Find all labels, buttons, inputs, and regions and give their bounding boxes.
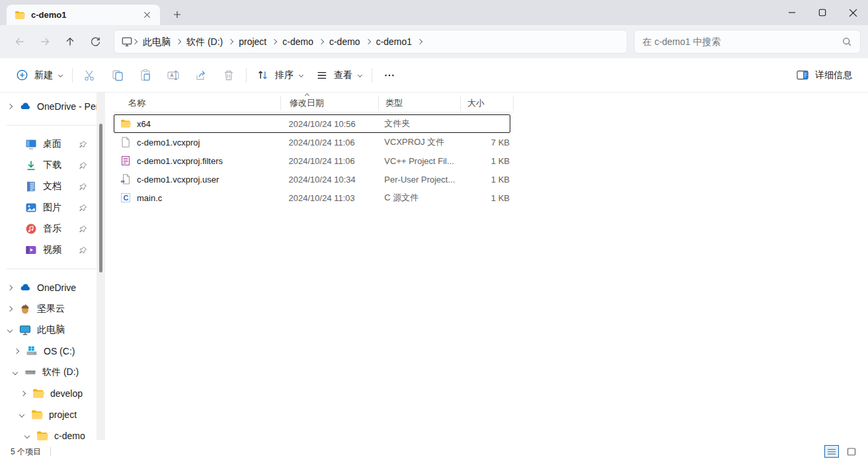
sidebar-item-label: 桌面 (43, 138, 61, 150)
details-pane-button[interactable]: 详细信息 (789, 63, 859, 87)
file-date: 2024/10/24 11:06 (281, 138, 379, 147)
maximize-button[interactable] (807, 0, 838, 25)
breadcrumb[interactable]: 此电脑 软件 (D:) project c-demo c-demo c-demo… (114, 30, 627, 54)
file-name: x64 (137, 119, 151, 129)
sidebar-item-onedrive[interactable]: OneDrive (0, 277, 106, 298)
file-row-main-c[interactable]: C main.c 2024/10/24 11:03 C 源文件 1 KB (114, 188, 510, 207)
breadcrumb-item-this-pc[interactable]: 此电脑 (137, 32, 177, 51)
pin-icon (79, 246, 87, 255)
explorer-tab[interactable]: c-demo1 (7, 5, 160, 25)
column-header-type[interactable]: 类型 (379, 96, 461, 110)
copy-button[interactable] (104, 63, 132, 87)
file-size: 7 KB (460, 138, 510, 147)
file-row-vcxproj-user[interactable]: ∞ c-demo1.vcxproj.user 2024/10/24 10:34 … (114, 170, 510, 188)
videos-icon (25, 244, 37, 256)
expand-chevron-icon[interactable] (14, 349, 19, 354)
expand-chevron-icon[interactable] (20, 391, 26, 396)
search-icon[interactable] (842, 36, 852, 47)
sidebar-item-music[interactable]: 音乐 (0, 218, 106, 239)
close-window-button[interactable] (838, 0, 868, 25)
search-box[interactable] (634, 30, 861, 54)
share-button[interactable] (187, 63, 215, 87)
sidebar-item-label: 此电脑 (37, 324, 65, 336)
expand-chevron-icon[interactable] (7, 104, 13, 109)
collapse-chevron-icon[interactable] (13, 370, 18, 375)
forward-icon (39, 36, 51, 48)
large-icons-view-button[interactable] (844, 445, 859, 458)
collapse-chevron-icon[interactable] (7, 327, 13, 333)
pin-icon (79, 183, 87, 191)
sidebar-item-develop[interactable]: develop (0, 383, 106, 404)
chevron-down-icon (299, 73, 303, 77)
column-header-size[interactable]: 大小 (461, 96, 514, 110)
minimize-button[interactable] (777, 0, 807, 25)
forward-button[interactable] (32, 30, 58, 53)
cut-button[interactable] (76, 63, 104, 87)
rename-button[interactable] (159, 63, 187, 87)
sort-button-label: 排序 (275, 69, 294, 81)
file-row-vcxproj-filters[interactable]: c-demo1.vcxproj.filters 2024/10/24 11:06… (114, 151, 510, 170)
sidebar-item-this-pc[interactable]: 此电脑 (0, 319, 106, 341)
sidebar-item-label: 视频 (43, 244, 61, 256)
back-button[interactable] (7, 30, 32, 53)
toolbar-divider (72, 68, 73, 83)
details-view-button[interactable] (824, 445, 839, 458)
column-header-name[interactable]: 名称 (114, 96, 281, 110)
cut-icon (83, 69, 97, 82)
file-row-vcxproj[interactable]: c-demo1.vcxproj 2024/10/24 11:06 VCXPROJ… (114, 133, 510, 151)
sidebar-item-label: 下载 (43, 159, 61, 171)
sidebar-item-downloads[interactable]: 下载 (0, 155, 106, 176)
file-type: Per-User Project... (378, 175, 460, 185)
column-header-date[interactable]: 修改日期 (281, 96, 379, 110)
sidebar-scrollbar[interactable] (97, 93, 105, 440)
expand-chevron-icon[interactable] (7, 306, 13, 312)
search-input[interactable] (643, 36, 842, 47)
toolbar-divider (372, 68, 372, 83)
sidebar-item-documents[interactable]: 文档 (0, 176, 106, 197)
expand-chevron-icon[interactable] (7, 285, 13, 290)
sidebar-item-pictures[interactable]: 图片 (0, 197, 106, 218)
breadcrumb-item-c-demo1[interactable]: c-demo1 (370, 32, 418, 51)
sidebar-item-label: 文档 (43, 181, 61, 192)
sidebar-item-c-demo[interactable]: c-demo (0, 425, 106, 446)
new-button[interactable]: 新建 (9, 63, 69, 87)
collapse-chevron-icon[interactable] (19, 412, 24, 417)
more-options-button[interactable] (375, 63, 403, 87)
tab-title: c-demo1 (31, 10, 133, 20)
sidebar-item-os-c[interactable]: OS (C:) (0, 341, 106, 362)
close-icon (143, 11, 151, 19)
delete-button[interactable] (215, 63, 243, 87)
main-area: OneDrive - Per 桌面 下载 文档 图片 (0, 93, 868, 459)
view-toggle-icons (824, 445, 859, 458)
sidebar-scrollbar-thumb[interactable] (99, 124, 102, 272)
sidebar-item-desktop[interactable]: 桌面 (0, 134, 106, 155)
sidebar-item-videos[interactable]: 视频 (0, 239, 106, 261)
view-button[interactable]: 查看 (309, 63, 368, 87)
pictures-icon (25, 202, 37, 214)
refresh-button[interactable] (83, 30, 108, 53)
back-icon (14, 36, 26, 48)
sidebar-item-label: c-demo (54, 431, 85, 441)
sidebar-item-label: 软件 (D:) (42, 366, 79, 378)
up-button[interactable] (58, 30, 83, 53)
music-icon (25, 223, 37, 235)
sidebar-item-project[interactable]: project (0, 404, 106, 425)
sort-button[interactable]: 排序 (250, 63, 309, 87)
breadcrumb-item-c-demo[interactable]: c-demo (276, 32, 319, 51)
filters-file-icon (120, 155, 131, 166)
view-icon (316, 69, 328, 81)
sidebar-item-nutstore[interactable]: 坚果云 (0, 298, 106, 319)
file-row-x64[interactable]: x64 2024/10/24 10:56 文件夹 (114, 114, 510, 133)
breadcrumb-item-project[interactable]: project (233, 32, 272, 51)
paste-button[interactable] (132, 63, 159, 87)
breadcrumb-item-drive-d[interactable]: 软件 (D:) (180, 32, 229, 51)
sidebar-item-drive-d[interactable]: 软件 (D:) (0, 362, 106, 383)
trash-icon (222, 69, 235, 82)
sidebar-item-onedrive-personal[interactable]: OneDrive - Per (0, 96, 106, 117)
tab-close-button[interactable] (139, 7, 155, 23)
file-icon (120, 137, 131, 147)
breadcrumb-item-c-demo-2[interactable]: c-demo (323, 32, 366, 51)
collapse-chevron-icon[interactable] (24, 433, 30, 438)
new-tab-button[interactable] (169, 7, 185, 22)
documents-icon (25, 181, 37, 192)
